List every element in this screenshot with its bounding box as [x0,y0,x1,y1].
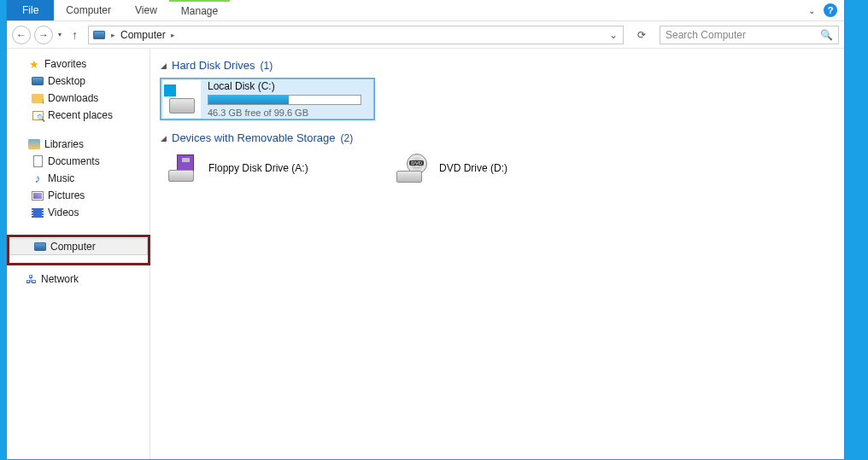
sidebar-item-label: Downloads [48,92,98,104]
group-title: Hard Disk Drives [172,59,255,72]
group-title: Devices with Removable Storage [172,131,335,144]
nav-toolbar: ← → ▾ ↑ ▸ Computer ▸ ⌄ ⟳ Search Computer… [7,21,844,49]
group-header-hdd[interactable]: ◢ Hard Disk Drives (1) [161,59,834,72]
forward-button[interactable]: → [34,26,53,44]
navigation-pane: ★ Favorites Desktop Downloads Recent pla… [7,49,150,459]
sidebar-item-label: Music [48,172,74,184]
sidebar-item-label: Pictures [48,189,85,201]
network-icon: 🖧 [24,272,38,286]
drive-info: Local Disk (C:) 46.3 GB free of 99.6 GB [208,80,368,118]
sidebar-item-videos[interactable]: Videos [7,204,150,221]
dvd-drive-icon: DVD [393,151,431,185]
hard-drive-icon [163,80,201,118]
search-placeholder: Search Computer [666,29,746,41]
sidebar-item-label: Videos [48,207,79,218]
star-icon: ★ [27,57,41,71]
ribbon-tabs: File Computer View Manage ⌄ ? [7,0,844,21]
sidebar-item-network[interactable]: 🖧 Network [7,271,150,288]
chevron-right-icon[interactable]: ▸ [169,31,177,39]
content-area[interactable]: ◢ Hard Disk Drives (1) Local Disk (C:) 4… [150,49,844,459]
collapse-icon[interactable]: ◢ [161,61,167,70]
videos-icon [31,206,44,219]
sidebar-item-pictures[interactable]: Pictures [7,187,150,204]
libraries-label: Libraries [44,138,84,150]
pictures-icon [31,189,44,202]
body: ★ Favorites Desktop Downloads Recent pla… [7,49,844,459]
desktop-icon [31,74,44,88]
sidebar-item-label: Network [41,273,79,285]
up-button[interactable]: ↑ [72,28,78,42]
sidebar-item-documents[interactable]: Documents [7,153,150,170]
tab-view[interactable]: View [123,0,169,20]
tree-group-network: 🖧 Network [7,271,150,288]
address-bar[interactable]: ▸ Computer ▸ ⌄ [88,26,624,44]
drive-local-disk-c[interactable]: Local Disk (C:) 46.3 GB free of 99.6 GB [161,79,374,119]
tree-group-libraries: Libraries Documents ♪ Music Pictures Vid… [7,136,150,221]
tab-computer[interactable]: Computer [54,0,123,20]
tree-header-libraries[interactable]: Libraries [7,136,150,153]
drive-floppy-a[interactable]: Floppy Disk Drive (A:) [161,149,374,187]
floppy-drive-icon [162,151,200,185]
explorer-window: File Computer View Manage ⌄ ? ← → ▾ ↑ ▸ … [6,0,845,460]
capacity-fill [208,96,289,104]
sidebar-item-music[interactable]: ♪ Music [7,170,150,187]
favorites-label: Favorites [44,58,86,70]
chevron-right-icon[interactable]: ▸ [109,31,117,39]
sidebar-item-recent-places[interactable]: Recent places [7,107,150,124]
refresh-button[interactable]: ⟳ [632,26,651,44]
help-icon[interactable]: ? [824,3,837,17]
music-icon: ♪ [31,172,44,185]
history-dropdown-icon[interactable]: ▾ [58,31,62,38]
group-count: (2) [340,132,353,144]
sidebar-item-downloads[interactable]: Downloads [7,90,150,107]
tab-manage[interactable]: Manage [169,0,230,20]
device-name: Floppy Disk Drive (A:) [208,162,308,174]
device-row: Floppy Disk Drive (A:) DVD DVD Drive (D:… [161,149,834,187]
ribbon-expand-icon[interactable]: ⌄ [808,6,815,15]
capacity-bar [208,95,361,105]
documents-icon [31,154,44,168]
libraries-icon [27,137,41,151]
sidebar-item-desktop[interactable]: Desktop [7,73,150,90]
drive-dvd-d[interactable]: DVD DVD Drive (D:) [391,149,605,187]
search-input[interactable]: Search Computer 🔍 [660,26,839,44]
sidebar-item-label: Recent places [48,109,113,121]
recent-places-icon [31,108,44,122]
group-count: (1) [261,60,273,72]
address-icon [92,28,106,42]
collapse-icon[interactable]: ◢ [161,134,167,143]
address-segment-computer[interactable]: Computer [120,29,166,41]
tab-file[interactable]: File [7,0,54,20]
group-header-removable[interactable]: ◢ Devices with Removable Storage (2) [161,131,834,144]
drive-free-text: 46.3 GB free of 99.6 GB [208,108,368,118]
downloads-icon [31,91,44,105]
device-name: DVD Drive (D:) [439,162,507,174]
tree-header-favorites[interactable]: ★ Favorites [7,55,150,73]
address-dropdown-icon[interactable]: ⌄ [609,29,618,41]
sidebar-item-label: Desktop [48,75,85,87]
search-icon: 🔍 [820,29,833,41]
annotation-highlight [7,235,150,265]
tree-group-favorites: ★ Favorites Desktop Downloads Recent pla… [7,55,150,124]
back-button[interactable]: ← [12,26,31,44]
drive-name: Local Disk (C:) [208,80,368,92]
sidebar-item-label: Documents [48,155,100,167]
